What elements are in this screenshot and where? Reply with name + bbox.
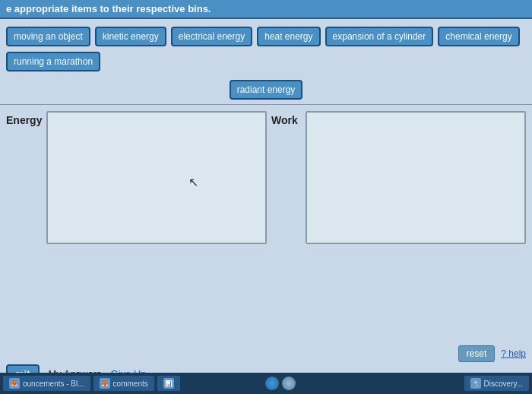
taskbar-item-announcements[interactable]: 🦊 ouncements - Bl... <box>3 376 90 391</box>
energy-bin-label: Energy <box>6 111 46 126</box>
energy-bin-dropzone[interactable] <box>46 111 267 244</box>
item-chemical-energy[interactable]: chemical energy <box>438 27 519 46</box>
taskbar-center <box>265 377 296 390</box>
work-bin-label: Work <box>271 111 306 126</box>
energy-bin-container: Energy <box>6 111 267 244</box>
drag-items-row1: moving an object kinetic energy electric… <box>0 19 532 80</box>
divider <box>0 104 532 105</box>
taskbar-item-spreadsheet[interactable]: 📊 <box>157 376 180 391</box>
taskbar-item-discovery[interactable]: 🔬 Discovery... <box>464 376 530 391</box>
reset-button[interactable]: reset <box>458 345 496 362</box>
bottom-bar: reset ? help <box>458 345 526 362</box>
item-kinetic-energy[interactable]: kinetic energy <box>95 27 166 46</box>
item-moving-an-object[interactable]: moving an object <box>6 27 90 46</box>
taskbar-item-comments[interactable]: 🦊 comments <box>93 376 154 391</box>
firefox-icon: 🦊 <box>9 378 20 389</box>
item-heat-energy[interactable]: heat energy <box>257 27 320 46</box>
bins-area: Energy Work <box>0 111 532 244</box>
globe-icon-2 <box>282 377 296 390</box>
taskbar: 🦊 ouncements - Bl... 🦊 comments 📊 🔬 Disc… <box>0 373 532 394</box>
item-electrical-energy[interactable]: electrical energy <box>171 27 252 46</box>
taskbar-label-discovery: Discovery... <box>484 380 524 388</box>
firefox-icon-2: 🦊 <box>100 378 110 389</box>
discovery-icon: 🔬 <box>470 378 481 389</box>
drag-items-row2: radiant energy <box>0 80 532 104</box>
instruction-text: e appropriate items to their respective … <box>6 3 211 14</box>
taskbar-label-announcements: ouncements - Bl... <box>23 380 84 388</box>
work-bin-container: Work <box>271 111 526 244</box>
help-button[interactable]: ? help <box>501 348 526 359</box>
work-bin-dropzone[interactable] <box>306 111 526 244</box>
item-radiant-energy[interactable]: radiant energy <box>230 80 303 100</box>
spreadsheet-icon: 📊 <box>163 378 174 389</box>
item-expansion-of-a-cylinder[interactable]: expansion of a cylinder <box>325 27 434 46</box>
taskbar-label-comments: comments <box>113 380 148 388</box>
item-running-a-marathon[interactable]: running a marathon <box>6 52 100 71</box>
instruction-bar: e appropriate items to their respective … <box>0 0 532 19</box>
globe-icon <box>265 377 279 390</box>
